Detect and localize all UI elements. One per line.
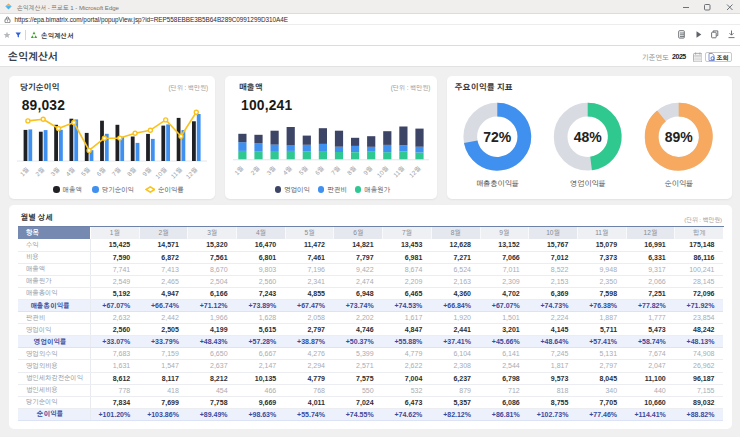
svg-text:9월: 9월 [361,164,373,176]
svg-text:48%: 48% [574,128,603,144]
svg-text:7월: 7월 [110,165,122,177]
svg-text:5월: 5월 [297,164,309,176]
svg-text:72%: 72% [484,128,513,144]
svg-text:12월: 12월 [184,165,198,179]
svg-text:7월: 7월 [329,164,341,176]
svg-text:9월: 9월 [141,165,153,177]
svg-text:8월: 8월 [345,164,357,176]
svg-text:12월: 12월 [407,164,421,178]
svg-text:4월: 4월 [64,165,76,177]
svg-text:1월: 1월 [18,165,30,177]
svg-text:매출총이익률: 매출총이익률 [476,179,519,188]
svg-text:1월: 1월 [233,164,245,176]
svg-text:10월: 10월 [375,164,389,178]
svg-text:4월: 4월 [281,164,293,176]
svg-text:5월: 5월 [79,165,91,177]
svg-text:3월: 3월 [265,164,277,176]
svg-text:2월: 2월 [33,165,45,177]
svg-text:89%: 89% [665,128,694,144]
svg-text:11월: 11월 [169,165,183,179]
svg-text:순이익률: 순이익률 [665,179,693,188]
svg-text:11월: 11월 [392,164,406,178]
svg-text:2월: 2월 [249,164,261,176]
svg-text:10월: 10월 [153,165,167,179]
svg-text:영업이익률: 영업이익률 [570,179,606,188]
svg-text:8월: 8월 [125,165,137,177]
svg-text:6월: 6월 [313,164,325,176]
svg-text:6월: 6월 [95,165,107,177]
svg-text:3월: 3월 [49,165,61,177]
